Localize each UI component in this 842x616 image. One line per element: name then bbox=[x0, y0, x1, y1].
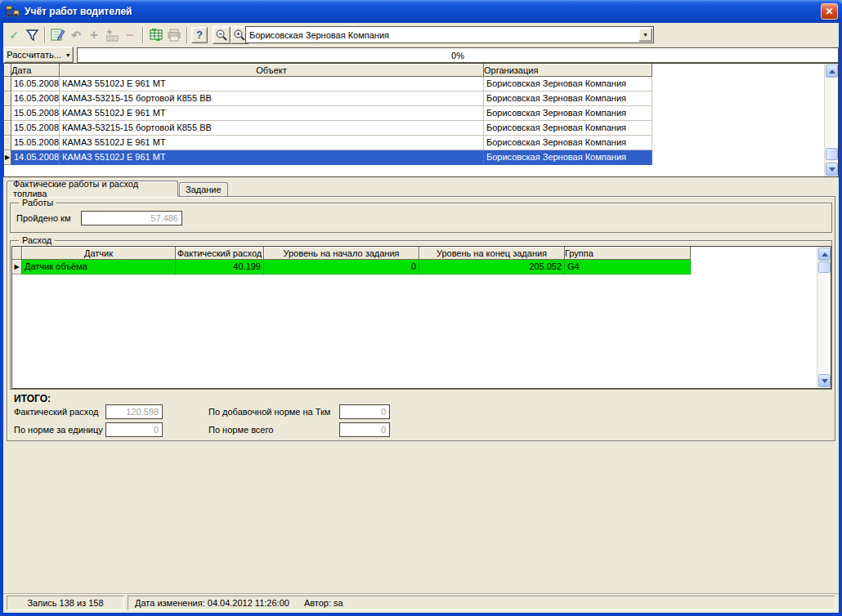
consumption-group-label: Расход bbox=[19, 235, 55, 245]
cell-object[interactable]: КАМАЗ-53215-15 бортовой К855 ВВ bbox=[60, 92, 484, 106]
table-row[interactable]: 16.05.2008 КАМАЗ 55102J Е 961 МТ Борисов… bbox=[4, 77, 652, 92]
totals-title: ИТОГО: bbox=[14, 393, 51, 404]
column-header-object[interactable]: Объект bbox=[60, 64, 484, 77]
cell-date[interactable]: 14.05.2008 bbox=[11, 150, 60, 165]
row-selector[interactable] bbox=[4, 77, 11, 92]
totals-total-norm-label: По норме всего bbox=[208, 425, 273, 435]
edit-record-icon[interactable] bbox=[49, 26, 67, 44]
print-icon[interactable] bbox=[165, 26, 183, 44]
cell-date[interactable]: 16.05.2008 bbox=[11, 92, 60, 106]
column-header-level-start[interactable]: Уровень на начало задания bbox=[264, 247, 419, 260]
totals-per-tkm-field[interactable]: 0 bbox=[339, 404, 390, 419]
cell-org[interactable]: Борисовская Зерновая Компания bbox=[484, 136, 652, 150]
calculate-dropdown-icon: ▼ bbox=[65, 52, 71, 58]
column-header-group[interactable]: Группа bbox=[565, 247, 691, 260]
refresh-icon[interactable] bbox=[147, 26, 165, 44]
cell-object[interactable]: КАМАЗ 55102J Е 961 МТ bbox=[60, 77, 484, 92]
progress-bar: 0% bbox=[77, 47, 839, 63]
delete-row-icon[interactable]: − bbox=[121, 26, 139, 44]
toolbar-separator bbox=[186, 27, 188, 43]
scrollbar-thumb[interactable] bbox=[826, 148, 838, 160]
filter-icon[interactable] bbox=[23, 26, 41, 44]
cell-org[interactable]: Борисовская Зерновая Компания bbox=[484, 106, 652, 121]
row-selector-current[interactable]: ▶ bbox=[4, 150, 11, 165]
column-header-org[interactable]: Организация bbox=[484, 64, 652, 77]
cell-level-start[interactable]: 0 bbox=[264, 260, 419, 275]
cell-object[interactable]: КАМАЗ 55102J Е 961 МТ bbox=[60, 136, 484, 150]
cell-org[interactable]: Борисовская Зерновая Компания bbox=[484, 77, 652, 92]
km-field[interactable]: 57.486 bbox=[81, 211, 182, 225]
row-selector[interactable] bbox=[4, 106, 11, 121]
add-row-icon[interactable]: + bbox=[85, 26, 103, 44]
cell-date[interactable]: 15.05.2008 bbox=[11, 136, 60, 150]
current-row-marker-icon: ▶ bbox=[14, 263, 19, 270]
cell-object[interactable]: КАМАЗ-53215-15 бортовой К855 ВВ bbox=[60, 121, 484, 136]
toolbar-separator bbox=[142, 27, 144, 43]
sensor-row[interactable]: ▶ Датчик объёма 40.199 0 205.052 G4 bbox=[12, 260, 691, 275]
totals-actual-field[interactable]: 120.598 bbox=[105, 404, 163, 419]
scroll-down-icon[interactable] bbox=[826, 163, 838, 176]
consumption-grid-scrollbar[interactable] bbox=[817, 247, 831, 388]
title-bar[interactable]: Учёт работ водителей ✕ bbox=[0, 0, 842, 23]
calculate-button[interactable]: Рассчитать... ▼ bbox=[4, 47, 74, 63]
cell-date[interactable]: 15.05.2008 bbox=[11, 121, 60, 136]
client-area: ✓ ↶ + − bbox=[3, 23, 839, 613]
scroll-down-icon[interactable] bbox=[818, 374, 831, 387]
cell-org[interactable]: Борисовская Зерновая Компания bbox=[484, 92, 652, 106]
cell-date[interactable]: 16.05.2008 bbox=[11, 77, 60, 92]
cell-org[interactable]: Борисовская Зерновая Компания bbox=[484, 121, 652, 136]
cell-sensor[interactable]: Датчик объёма bbox=[22, 260, 176, 275]
app-icon bbox=[5, 5, 20, 18]
app-window: Учёт работ водителей ✕ ✓ ↶ + bbox=[0, 0, 842, 616]
scrollbar-thumb[interactable] bbox=[818, 261, 831, 273]
tasks-grid-scrollbar[interactable] bbox=[824, 64, 838, 176]
scroll-up-icon[interactable] bbox=[818, 248, 831, 261]
row-selector[interactable] bbox=[4, 92, 11, 106]
table-row[interactable]: 15.05.2008 КАМАЗ 55102J Е 961 МТ Борисов… bbox=[4, 136, 652, 150]
totals-per-unit-field[interactable]: 0 bbox=[105, 422, 163, 437]
zoom-out-icon[interactable] bbox=[213, 26, 231, 44]
table-row[interactable]: 15.05.2008 КАМАЗ 55102J Е 961 МТ Борисов… bbox=[4, 106, 652, 121]
scroll-up-icon[interactable] bbox=[826, 65, 838, 78]
cell-object[interactable]: КАМАЗ 55102J Е 961 МТ bbox=[60, 106, 484, 121]
column-header-actual[interactable]: Фактический расход bbox=[176, 247, 264, 260]
column-header-sensor[interactable]: Датчик bbox=[22, 247, 176, 260]
copy-row-icon[interactable] bbox=[103, 26, 121, 44]
author: Автор: sa bbox=[304, 598, 343, 608]
tab-actual-works[interactable]: Фактические работы и расход топлива bbox=[7, 181, 178, 197]
close-button[interactable]: ✕ bbox=[821, 3, 838, 20]
window-title: Учёт работ водителей bbox=[25, 6, 132, 17]
tasks-grid-header: Дата Объект Организация bbox=[4, 64, 652, 77]
record-counter: Запись 138 из 158 bbox=[27, 598, 103, 608]
cell-object[interactable]: КАМАЗ 55102J Е 961 МТ bbox=[60, 150, 484, 165]
table-row[interactable]: 16.05.2008 КАМАЗ-53215-15 бортовой К855 … bbox=[4, 92, 652, 106]
totals-per-tkm-label: По добавочной норме на Ткм bbox=[208, 407, 330, 417]
totals-total-norm-field[interactable]: 0 bbox=[339, 422, 390, 437]
cell-org[interactable]: Борисовская Зерновая Компания bbox=[484, 150, 652, 165]
cell-group[interactable]: G4 bbox=[565, 260, 691, 275]
works-group: Работы Пройдено км 57.486 bbox=[10, 203, 832, 233]
column-header-date[interactable]: Дата bbox=[11, 64, 60, 77]
cell-actual[interactable]: 40.199 bbox=[176, 260, 264, 275]
combo-dropdown-icon[interactable]: ▼ bbox=[638, 28, 652, 42]
toolbar-separator bbox=[44, 27, 46, 43]
km-label: Пройдено км bbox=[16, 213, 70, 223]
tab-page: Работы Пройдено км 57.486 Расход Датчик … bbox=[7, 196, 835, 441]
consumption-grid-header: Датчик Фактический расход Уровень на нач… bbox=[12, 247, 691, 260]
column-header-level-end[interactable]: Уровень на конец задания bbox=[419, 247, 565, 260]
tab-task[interactable]: Задание bbox=[179, 182, 228, 196]
header-selector bbox=[4, 64, 11, 77]
table-row[interactable]: 15.05.2008 КАМАЗ-53215-15 бортовой К855 … bbox=[4, 121, 652, 136]
help-icon[interactable]: ? bbox=[191, 27, 208, 43]
row-selector[interactable] bbox=[4, 121, 11, 136]
table-row-selected[interactable]: ▶ 14.05.2008 КАМАЗ 55102J Е 961 МТ Борис… bbox=[4, 150, 652, 165]
row-selector-current[interactable]: ▶ bbox=[12, 260, 22, 275]
undo-icon[interactable]: ↶ bbox=[67, 26, 85, 44]
totals-actual-label: Фактический расход bbox=[14, 407, 99, 417]
cell-level-end[interactable]: 205.052 bbox=[419, 260, 565, 275]
row-selector[interactable] bbox=[4, 136, 11, 150]
confirm-icon[interactable]: ✓ bbox=[5, 26, 23, 44]
organization-combo[interactable]: Борисовская Зерновая Компания ▼ bbox=[245, 26, 654, 43]
cell-date[interactable]: 15.05.2008 bbox=[11, 106, 60, 121]
status-info-panel: Дата изменения: 04.04.2012 11:26:00 Авто… bbox=[128, 596, 835, 610]
